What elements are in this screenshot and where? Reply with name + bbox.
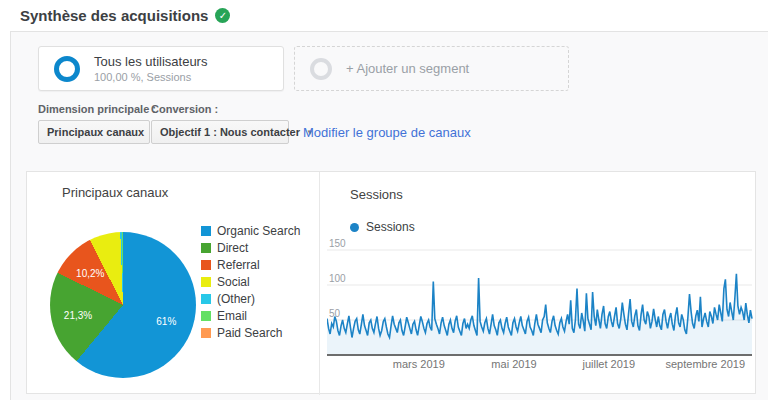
- segment-circle-icon: [54, 56, 80, 82]
- legend-item: Social: [201, 274, 300, 290]
- legend-label: (Other): [217, 292, 255, 306]
- x-tick-label: mai 2019: [491, 358, 536, 370]
- x-tick-label: septembre 2019: [666, 358, 746, 370]
- legend-label: Organic Search: [217, 224, 300, 238]
- conversion-dropdown-value: Objectif 1 : Nous contacter: [160, 126, 300, 138]
- series-legend-label: Sessions: [366, 220, 415, 234]
- legend-swatch-icon: [201, 260, 211, 270]
- segment-subtitle: 100,00 %, Sessions: [94, 71, 207, 83]
- sessions-panel-title: Sessions: [350, 187, 403, 202]
- x-tick-label: mars 2019: [393, 358, 445, 370]
- analytics-acquisition-overview: Synthèse des acquisitions ✓ Tous les uti…: [0, 0, 768, 400]
- conversion-dropdown[interactable]: Objectif 1 : Nous contacter ▼: [151, 120, 289, 144]
- legend-swatch-icon: [201, 243, 211, 253]
- legend-label: Paid Search: [217, 326, 282, 340]
- charts-panel: Principaux canaux 61%21,3%10,2% Organic …: [26, 171, 756, 394]
- segment-card-all-users[interactable]: Tous les utilisateurs 100,00 %, Sessions: [38, 46, 284, 91]
- page-title-text: Synthèse des acquisitions: [20, 7, 208, 24]
- add-segment-button[interactable]: + Ajouter un segment: [294, 46, 569, 91]
- pie-slice-percent-label: 61%: [156, 315, 176, 326]
- legend-swatch-icon: [201, 294, 211, 304]
- legend-item: (Other): [201, 291, 300, 307]
- sessions-series-legend: Sessions: [350, 220, 415, 234]
- pie-slice-percent-label: 10,2%: [76, 267, 104, 278]
- pie-slice-percent-label: 21,3%: [64, 309, 92, 320]
- add-segment-label: + Ajouter un segment: [346, 61, 469, 76]
- legend-item: Referral: [201, 257, 300, 273]
- series-dot-icon: [350, 223, 359, 232]
- conversion-label: Conversion :: [151, 103, 218, 115]
- pie-legend: Organic SearchDirectReferralSocial(Other…: [201, 223, 300, 342]
- legend-label: Referral: [217, 258, 260, 272]
- legend-swatch-icon: [201, 277, 211, 287]
- dimension-dropdown-value: Principaux canaux: [47, 126, 144, 138]
- x-tick-label: juillet 2019: [582, 358, 635, 370]
- add-segment-circle-icon: [310, 58, 332, 80]
- segment-text: Tous les utilisateurs 100,00 %, Sessions: [94, 54, 207, 83]
- verified-shield-icon: ✓: [215, 8, 230, 23]
- page-header: Synthèse des acquisitions ✓: [0, 0, 768, 31]
- legend-item: Organic Search: [201, 223, 300, 239]
- segment-title: Tous les utilisateurs: [94, 54, 207, 69]
- legend-item: Direct: [201, 240, 300, 256]
- legend-swatch-icon: [201, 311, 211, 321]
- legend-item: Email: [201, 308, 300, 324]
- legend-label: Email: [217, 309, 247, 323]
- sessions-line-chart[interactable]: [327, 248, 755, 360]
- channels-pie-chart[interactable]: [50, 232, 196, 378]
- legend-item: Paid Search: [201, 325, 300, 341]
- page-title: Synthèse des acquisitions ✓: [20, 7, 230, 24]
- dimension-label: Dimension principale :: [38, 103, 156, 115]
- legend-label: Social: [217, 275, 250, 289]
- edit-channel-group-link[interactable]: Modifier le groupe de canaux: [303, 125, 471, 140]
- legend-label: Direct: [217, 241, 248, 255]
- legend-swatch-icon: [201, 226, 211, 236]
- dimension-dropdown[interactable]: Principaux canaux ▼: [38, 120, 150, 144]
- panel-divider: [319, 172, 320, 395]
- content-area: Tous les utilisateurs 100,00 %, Sessions…: [10, 31, 768, 400]
- legend-swatch-icon: [201, 328, 211, 338]
- pie-panel-title: Principaux canaux: [62, 185, 168, 200]
